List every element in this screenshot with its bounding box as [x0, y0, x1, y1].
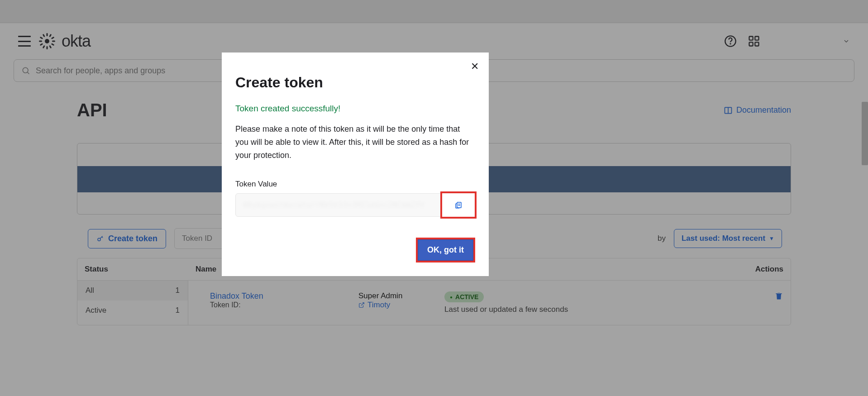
- create-token-modal: ✕ Create token Token created successfull…: [222, 52, 489, 276]
- modal-body-text: Please make a note of this token as it w…: [235, 123, 475, 162]
- token-value-field: 00ybgxwstmxcaturrNVSV33n3MZ1eGnc2HCbm2YV: [235, 193, 475, 217]
- token-value-label: Token Value: [235, 180, 475, 189]
- modal-success-message: Token created successfully!: [235, 104, 475, 114]
- copy-token-button[interactable]: [440, 191, 477, 219]
- token-value-text[interactable]: 00ybgxwstmxcaturrNVSV33n3MZ1eGnc2HCbm2YV: [236, 201, 442, 209]
- modal-close-button[interactable]: ✕: [471, 61, 479, 72]
- modal-title: Create token: [235, 74, 475, 91]
- ok-got-it-button[interactable]: OK, got it: [418, 239, 473, 261]
- clipboard-icon: [454, 201, 463, 209]
